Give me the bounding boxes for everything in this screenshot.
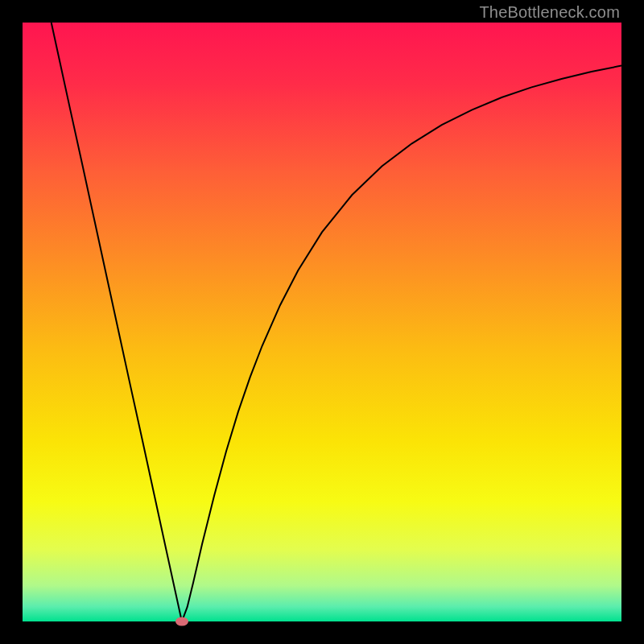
gradient-background — [23, 23, 621, 621]
plot-frame — [23, 23, 621, 621]
watermark-text: TheBottleneck.com — [479, 3, 620, 22]
bottleneck-chart — [23, 23, 621, 621]
optimum-marker — [175, 617, 188, 626]
